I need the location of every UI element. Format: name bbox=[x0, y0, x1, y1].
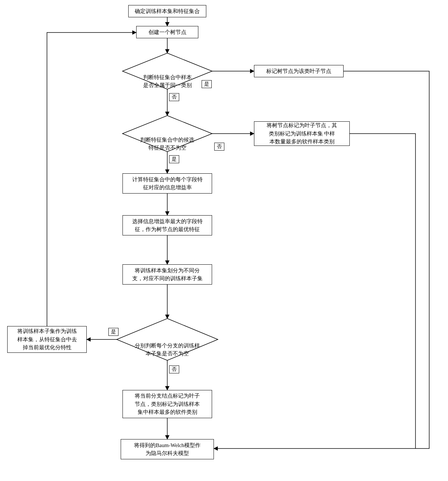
edge-label-yes: 是 bbox=[169, 155, 179, 163]
edge-label-no: 否 bbox=[214, 143, 224, 151]
flowchart-connectors bbox=[0, 0, 448, 481]
node-split-branches: 将训练样本集划分为不同分 支，对应不同的训练样本子集 bbox=[122, 264, 212, 285]
node-mark-leaf-majority: 将树节点标记为叶子节点，其 类别标记为训练样本集 中样 本数量最多的软件样本类别 bbox=[254, 121, 350, 146]
node-text: 将训练样本集划分为不同分 支，对应不同的训练样本子集 bbox=[132, 266, 203, 283]
node-text: 计算特征集合中的每个字段特 征对应的信息增益率 bbox=[132, 176, 203, 192]
decision-candidate-empty: 判断特征集合中的候选 特征是否不为空 bbox=[131, 127, 203, 152]
decision-branch-empty: 分别判断每个分支的训练样 本子集是否不为空 bbox=[126, 333, 208, 358]
node-baum-welch-hmm: 将得到的Baum-Welch模型作 为隐马尔科夫模型 bbox=[121, 439, 214, 459]
node-text: 将当前分支结点标记为叶子 节点，类别标记为训练样本 集中样本最多的软件类别 bbox=[135, 392, 200, 416]
node-text: 判断特征集合中的候选 特征是否不为空 bbox=[140, 137, 194, 151]
node-text: 将树节点标记为叶子节点，其 类别标记为训练样本集 中样 本数量最多的软件样本类别 bbox=[267, 121, 337, 146]
node-text: 分别判断每个分支的训练样 本子集是否不为空 bbox=[135, 343, 200, 357]
node-determine-training-set: 确定训练样本集和特征集合 bbox=[128, 5, 206, 17]
node-text: 标记树节点为该类叶子节点 bbox=[266, 67, 331, 75]
node-create-tree-node: 创建一个树节点 bbox=[136, 26, 198, 38]
node-mark-leaf-same-class: 标记树节点为该类叶子节点 bbox=[254, 65, 344, 77]
node-text: 确定训练样本集和特征集合 bbox=[135, 7, 200, 16]
node-select-max-gain: 选择信息增益率最大的字段特 征，作为树节点的最优特征 bbox=[122, 215, 212, 235]
node-text: 将得到的Baum-Welch模型作 为隐马尔科夫模型 bbox=[134, 441, 201, 458]
edge-label-no: 否 bbox=[169, 365, 179, 373]
decision-same-class: 判断特征集合中样本 是否全属于同一类别 bbox=[131, 65, 203, 90]
edge-label-yes: 是 bbox=[108, 328, 119, 336]
node-recurse-subset: 将训练样本子集作为训练 样本集，从特征集合中去 掉当前最优化分特性 bbox=[7, 326, 87, 353]
edge-label-no: 否 bbox=[169, 93, 179, 101]
node-text: 创建一个树节点 bbox=[148, 28, 186, 36]
node-text: 将训练样本子集作为训练 样本集，从特征集合中去 掉当前最优化分特性 bbox=[17, 327, 77, 352]
node-calc-info-gain-ratio: 计算特征集合中的每个字段特 征对应的信息增益率 bbox=[122, 173, 212, 194]
node-mark-branch-leaf: 将当前分支结点标记为叶子 节点，类别标记为训练样本 集中样本最多的软件类别 bbox=[122, 390, 212, 418]
node-text: 判断特征集合中样本 是否全属于同一类别 bbox=[143, 74, 192, 88]
edge-label-yes: 是 bbox=[202, 80, 212, 88]
node-text: 选择信息增益率最大的字段特 征，作为树节点的最优特征 bbox=[132, 217, 203, 234]
